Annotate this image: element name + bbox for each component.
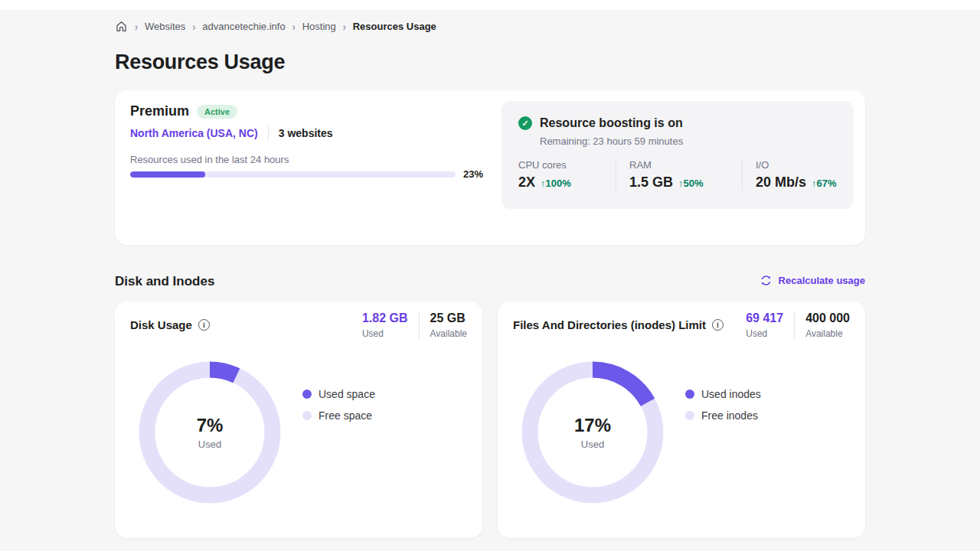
disk-usage-card: Disk Usage i 1.82 GB Used 25 GB Availabl…	[115, 302, 482, 538]
legend-item: Used inodes	[685, 388, 761, 400]
used-label: Used	[746, 328, 783, 339]
disk-usage-donut-chart: 7% Used	[139, 361, 281, 504]
used-value-col: 1.82 GB Used	[362, 311, 408, 339]
card-values: 1.82 GB Used 25 GB Available	[362, 311, 467, 339]
resource-boosting-panel: ✓ Resource boosting is on Remaining: 23 …	[501, 101, 854, 209]
used-value: 69 417	[746, 311, 783, 325]
available-value-col: 400 000 Available	[805, 311, 850, 339]
stat-value-row: 20 Mb/s ↑67%	[756, 174, 843, 191]
section-title: Disk and Inodes	[115, 274, 214, 289]
server-region-link[interactable]: North America (USA, NC)	[130, 127, 258, 139]
usage-percent: 23%	[463, 168, 483, 180]
status-badge: Active	[197, 105, 237, 119]
stat-delta: ↑50%	[678, 178, 704, 189]
chevron-right-icon: ›	[135, 20, 138, 34]
inodes-donut-chart: 17% Used	[521, 361, 664, 504]
info-icon[interactable]: i	[198, 319, 210, 331]
plan-row: Premium Active	[130, 103, 237, 119]
breadcrumb-domain[interactable]: advancetechie.info	[202, 21, 285, 32]
boost-stat-ram: RAM 1.5 GB ↑50%	[616, 159, 742, 191]
stat-label: I/O	[756, 159, 843, 171]
breadcrumb-current: Resources Usage	[353, 21, 436, 32]
breadcrumb-hosting[interactable]: Hosting	[302, 21, 336, 32]
card-title: Files And Directories (inodes) Limit	[513, 318, 706, 331]
divider	[268, 126, 269, 140]
used-value: 1.82 GB	[362, 311, 408, 325]
boost-title: Resource boosting is on	[540, 116, 683, 130]
available-label: Available	[430, 328, 467, 339]
legend: Used space Free space	[302, 388, 375, 422]
stat-label: RAM	[629, 159, 742, 171]
donut-percent: 7%	[197, 415, 224, 436]
region-row: North America (USA, NC) 3 websites	[130, 126, 333, 140]
card-values: 69 417 Used 400 000 Available	[746, 311, 850, 339]
chevron-right-icon: ›	[343, 20, 346, 34]
used-value-col: 69 417 Used	[746, 311, 783, 339]
legend-item: Free inodes	[685, 409, 761, 422]
usage-label: Resources used in the last 24 hours	[130, 154, 289, 165]
card-title-row: Disk Usage i	[130, 318, 210, 331]
free-legend-dot	[685, 411, 694, 420]
legend-label: Used inodes	[701, 388, 761, 400]
plan-name: Premium	[130, 103, 189, 119]
chevron-right-icon: ›	[192, 20, 195, 34]
donut-percent: 17%	[574, 415, 611, 436]
usage-progress-row: 23%	[130, 168, 484, 180]
legend-label: Used space	[318, 388, 375, 400]
inodes-limit-card: Files And Directories (inodes) Limit i 6…	[498, 302, 865, 538]
chevron-right-icon: ›	[292, 20, 296, 34]
donut-center: 7% Used	[139, 361, 281, 504]
used-label: Used	[362, 328, 408, 339]
divider	[794, 311, 795, 339]
websites-count: 3 websites	[279, 127, 333, 139]
stat-delta: ↑67%	[812, 178, 837, 189]
donut-sub-label: Used	[581, 439, 604, 450]
available-value: 400 000	[805, 311, 850, 325]
boost-stat-cpu: CPU cores 2X ↑100%	[518, 159, 616, 191]
refresh-icon	[760, 274, 773, 287]
breadcrumb-websites[interactable]: Websites	[145, 21, 185, 32]
legend-item: Free space	[302, 409, 375, 422]
donut-sub-label: Used	[198, 439, 221, 450]
stat-value-row: 2X ↑100%	[518, 174, 616, 191]
divider	[419, 311, 420, 339]
available-value-col: 25 GB Available	[430, 311, 467, 339]
card-title-row: Files And Directories (inodes) Limit i	[513, 318, 724, 331]
boost-stat-io: I/O 20 Mb/s ↑67%	[743, 159, 843, 191]
boost-stats: CPU cores 2X ↑100% RAM 1.5 GB ↑50%	[518, 159, 843, 191]
breadcrumb: › Websites › advancetechie.info › Hostin…	[115, 20, 436, 33]
legend-item: Used space	[302, 388, 375, 400]
legend: Used inodes Free inodes	[685, 388, 761, 422]
used-legend-dot	[685, 390, 694, 399]
card-title: Disk Usage	[130, 318, 192, 331]
stat-value: 20 Mb/s	[756, 174, 806, 191]
legend-label: Free space	[318, 409, 372, 422]
free-legend-dot	[302, 411, 312, 420]
available-value: 25 GB	[430, 311, 467, 325]
stat-value: 1.5 GB	[629, 174, 673, 191]
recalculate-usage-label: Recalculate usage	[779, 275, 865, 286]
used-legend-dot	[302, 390, 312, 399]
check-circle-icon: ✓	[518, 116, 532, 130]
plan-card: Premium Active North America (USA, NC) 3…	[115, 90, 865, 245]
resources-usage-page: › Websites › advancetechie.info › Hostin…	[0, 0, 980, 551]
donut-center: 17% Used	[521, 361, 664, 504]
recalculate-usage-button[interactable]: Recalculate usage	[760, 274, 865, 287]
top-strip	[0, 0, 980, 10]
boost-header: ✓ Resource boosting is on	[518, 116, 683, 130]
stat-label: CPU cores	[518, 159, 616, 171]
page-title: Resources Usage	[115, 51, 285, 74]
legend-label: Free inodes	[701, 409, 758, 422]
stat-value-row: 1.5 GB ↑50%	[629, 174, 742, 191]
usage-progress-bar	[130, 171, 456, 178]
boost-remaining: Remaining: 23 hours 59 minutes	[540, 135, 683, 147]
home-icon[interactable]	[115, 20, 128, 33]
stat-value: 2X	[518, 174, 535, 191]
usage-progress-fill	[130, 171, 205, 178]
stat-delta: ↑100%	[541, 178, 571, 189]
info-icon[interactable]: i	[712, 319, 724, 331]
available-label: Available	[805, 328, 850, 339]
